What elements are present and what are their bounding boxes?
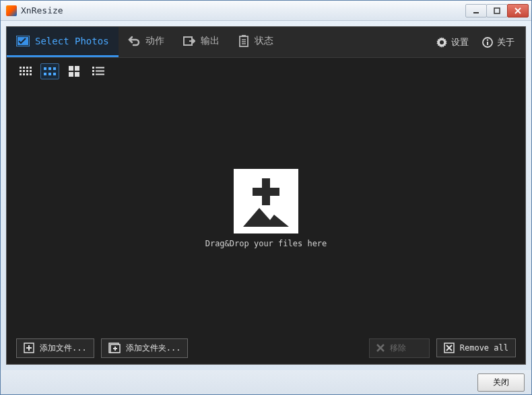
svg-rect-23 — [23, 73, 25, 75]
remove-button: 移除 — [369, 338, 430, 358]
tab-label: 状态 — [255, 35, 273, 47]
svg-rect-46 — [26, 347, 32, 349]
svg-rect-33 — [75, 66, 79, 71]
about-label: 关于 — [497, 36, 514, 48]
svg-rect-41 — [96, 74, 104, 75]
button-label: Remove all — [460, 343, 508, 353]
svg-point-10 — [440, 40, 443, 43]
medium-grid-icon — [44, 67, 56, 75]
svg-rect-40 — [92, 73, 94, 75]
svg-rect-22 — [20, 73, 22, 75]
undo-arrow-icon — [128, 36, 140, 46]
svg-rect-25 — [30, 73, 32, 75]
svg-rect-6 — [242, 35, 246, 37]
photo-select-icon — [16, 36, 30, 46]
svg-rect-30 — [48, 73, 51, 75]
window-maximize-button[interactable] — [486, 4, 508, 17]
tab-select-photos[interactable]: Select Photos — [7, 27, 119, 57]
remove-icon — [376, 344, 385, 352]
tab-output[interactable]: 输出 — [174, 27, 229, 57]
window-title: XnResize — [21, 5, 466, 15]
tab-status[interactable]: 状态 — [229, 27, 283, 57]
svg-rect-31 — [53, 73, 56, 75]
add-files-button[interactable]: 添加文件... — [16, 338, 94, 358]
svg-rect-20 — [26, 70, 28, 72]
tab-label: 输出 — [201, 35, 220, 47]
tab-label: 动作 — [145, 35, 164, 47]
small-grid-icon — [20, 67, 32, 76]
remove-all-icon — [444, 343, 455, 353]
svg-rect-34 — [69, 72, 73, 77]
settings-button[interactable]: 设置 — [430, 32, 475, 52]
svg-rect-24 — [26, 73, 28, 75]
button-label: 移除 — [390, 343, 406, 354]
svg-rect-0 — [473, 12, 479, 13]
svg-point-12 — [487, 39, 488, 40]
tab-action[interactable]: 动作 — [119, 27, 174, 57]
app-icon — [6, 5, 17, 16]
add-folder-icon — [108, 343, 121, 353]
file-dropzone[interactable]: Drag&Drop your files here — [7, 85, 525, 332]
view-large-grid-button[interactable] — [65, 63, 84, 79]
window-close-button[interactable] — [507, 4, 529, 17]
svg-rect-16 — [26, 67, 28, 69]
view-mode-toolbar — [7, 58, 525, 85]
about-button[interactable]: 关于 — [475, 32, 521, 52]
svg-rect-36 — [92, 67, 94, 69]
main-tabbar: Select Photos 动作 输出 — [7, 27, 525, 58]
window-minimize-button[interactable] — [465, 4, 487, 17]
svg-rect-26 — [44, 67, 46, 70]
button-label: 添加文件... — [40, 343, 87, 354]
svg-rect-43 — [253, 188, 279, 196]
dropzone-placeholder-image — [234, 169, 298, 234]
view-small-grid-button[interactable] — [16, 63, 35, 79]
svg-rect-35 — [75, 72, 79, 77]
svg-rect-18 — [20, 70, 22, 72]
add-folder-button[interactable]: 添加文件夹... — [101, 338, 189, 358]
svg-rect-39 — [96, 71, 104, 72]
settings-label: 设置 — [451, 36, 469, 48]
svg-rect-17 — [30, 67, 32, 69]
large-grid-icon — [69, 66, 79, 77]
remove-all-button[interactable]: Remove all — [436, 338, 516, 357]
svg-rect-1 — [494, 8, 500, 13]
svg-rect-32 — [69, 66, 73, 71]
button-label: 添加文件夹... — [126, 343, 181, 354]
window-titlebar: XnResize — [1, 1, 531, 21]
list-icon — [92, 67, 104, 76]
close-button[interactable]: 关闭 — [477, 373, 525, 392]
svg-rect-19 — [23, 70, 25, 72]
svg-rect-14 — [20, 67, 22, 69]
view-medium-grid-button[interactable] — [40, 63, 59, 79]
tab-label: Select Photos — [35, 36, 109, 46]
footer-bar: 关闭 — [1, 370, 531, 394]
export-icon — [183, 36, 195, 46]
svg-rect-29 — [44, 73, 46, 75]
add-file-icon — [24, 343, 34, 353]
svg-rect-50 — [113, 348, 117, 349]
svg-rect-37 — [96, 67, 104, 69]
svg-rect-21 — [30, 70, 32, 72]
info-icon — [482, 37, 493, 48]
svg-rect-15 — [23, 67, 25, 69]
clipboard-list-icon — [238, 35, 249, 47]
gear-icon — [436, 37, 447, 48]
svg-rect-28 — [53, 67, 56, 70]
view-list-button[interactable] — [89, 63, 108, 79]
dropzone-hint-text: Drag&Drop your files here — [205, 239, 327, 248]
svg-rect-13 — [487, 42, 488, 45]
svg-rect-27 — [48, 67, 51, 70]
svg-rect-38 — [92, 70, 94, 72]
